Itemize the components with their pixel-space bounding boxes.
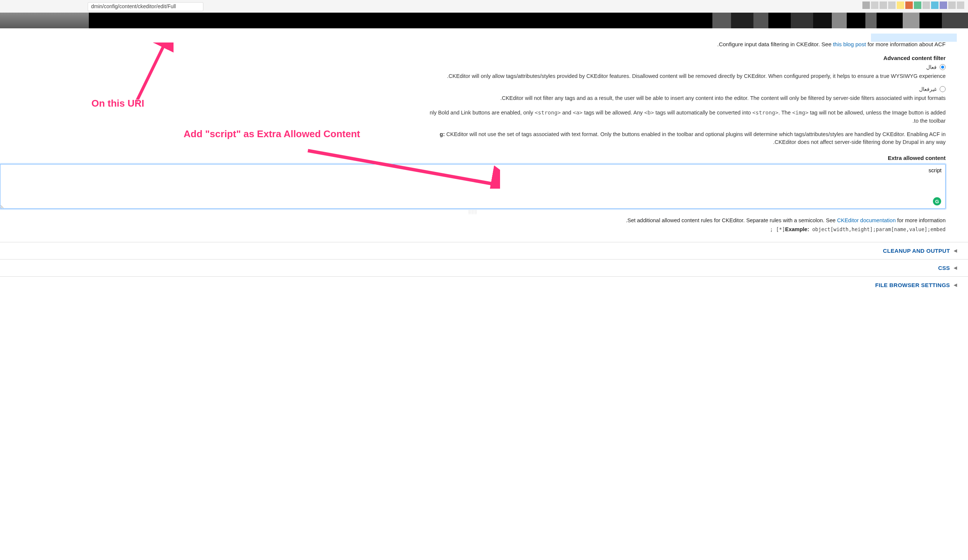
acf-blog-post-link[interactable]: this blog post: [833, 41, 866, 47]
fieldset-label: FILE BROWSER SETTINGS: [875, 282, 950, 288]
chevron-left-icon: ◀: [954, 266, 957, 270]
chevron-left-icon: ◀: [954, 248, 957, 253]
acf-warning-paragraph: g: CKEditor will not use the set of tags…: [0, 128, 957, 150]
radio-icon: [940, 86, 946, 92]
extra-allowed-content-label: Extra allowed content: [0, 150, 957, 163]
acf-section-label: Advanced content filter: [0, 50, 957, 63]
fieldset-css[interactable]: CSS ◀: [0, 259, 968, 277]
extra-example-line: ; [*]Example: object[width,height];param…: [0, 226, 957, 242]
extra-allowed-content-textarea[interactable]: [0, 164, 946, 209]
browser-top-chrome: dmin/config/content/ckeditor/edit/Full: [0, 0, 968, 13]
fieldset-file-browser-settings[interactable]: FILE BROWSER SETTINGS ◀: [0, 276, 968, 293]
acf-enabled-description: .CKEditor will only allow tags/attribute…: [0, 71, 957, 85]
acf-radio-enabled[interactable]: فعال: [0, 63, 957, 71]
fieldset-cleanup-and-output[interactable]: CLEANUP AND OUTPUT ◀: [0, 242, 968, 259]
acf-radio-disabled-label: غيرفعال: [919, 86, 937, 92]
pixel-strip: [862, 2, 964, 9]
extra-help-text: .Set additional allowed content rules fo…: [0, 216, 957, 226]
radio-icon: [940, 64, 946, 70]
chevron-left-icon: ◀: [954, 282, 957, 287]
fieldset-label: CLEANUP AND OUTPUT: [883, 248, 950, 254]
textarea-resize-handle[interactable]: ░░░: [0, 210, 946, 213]
grammarly-icon[interactable]: G: [933, 197, 941, 205]
admin-toolbar: [0, 13, 968, 28]
pixelation-block: [871, 33, 957, 42]
address-bar[interactable]: dmin/config/content/ckeditor/edit/Full: [88, 2, 203, 11]
acf-disabled-description: .CKEditor will not filter any tags and a…: [0, 93, 957, 107]
acf-example-paragraph: nly Bold and Link buttons are enabled, o…: [0, 107, 957, 128]
acf-intro-line: .Configure input data filtering in CKEdi…: [0, 28, 957, 50]
ckeditor-docs-link[interactable]: CKEditor documentation: [837, 217, 896, 223]
fieldset-label: CSS: [938, 265, 950, 271]
acf-radio-disabled[interactable]: غيرفعال: [0, 85, 957, 93]
acf-radio-enabled-label: فعال: [926, 64, 937, 70]
